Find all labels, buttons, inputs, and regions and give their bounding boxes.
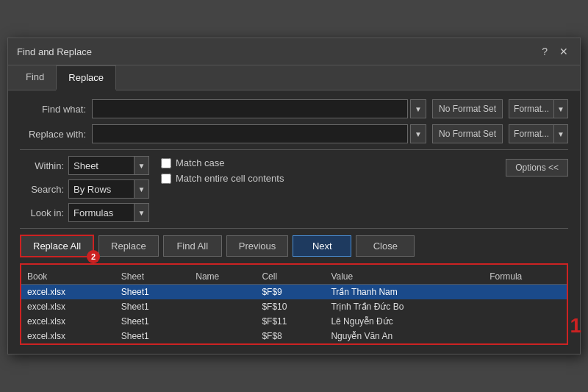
replace-format-group: Format... ▼ bbox=[509, 124, 568, 143]
cell-value: Trịnh Trần Đức Bo bbox=[325, 299, 484, 314]
cell-value: Nguyễn Văn An bbox=[325, 329, 484, 343]
look-in-arrow[interactable]: ▼ bbox=[135, 203, 149, 222]
close-button[interactable]: ✕ bbox=[556, 44, 571, 59]
col-value: Value bbox=[325, 269, 484, 285]
replace-no-format-btn[interactable]: No Format Set bbox=[432, 124, 503, 143]
cell-formula bbox=[484, 299, 567, 314]
col-name: Name bbox=[190, 269, 256, 285]
match-case-label: Match case bbox=[176, 157, 224, 168]
look-in-control: Formulas ▼ bbox=[68, 203, 149, 222]
close-dialog-button[interactable]: Close bbox=[356, 235, 415, 257]
find-what-dropdown[interactable]: ▼ bbox=[410, 99, 426, 118]
options-bottom: Options << bbox=[506, 159, 568, 177]
cell-name bbox=[190, 299, 256, 314]
cell-value: Lê Nguyễn Đức bbox=[325, 314, 484, 329]
left-options: Within: Sheet ▼ Search: By Rows bbox=[20, 156, 149, 222]
tab-replace[interactable]: Replace bbox=[56, 65, 116, 90]
look-in-select[interactable]: Formulas bbox=[68, 203, 135, 222]
find-what-row: Find what: ▼ No Format Set Format... ▼ bbox=[20, 99, 568, 118]
col-cell: Cell bbox=[256, 269, 325, 285]
cell-cell: $F$9 bbox=[256, 285, 325, 300]
col-book: Book bbox=[21, 269, 115, 285]
cell-cell: $F$8 bbox=[256, 329, 325, 343]
cell-book: excel.xlsx bbox=[21, 285, 115, 300]
replace-with-input[interactable] bbox=[92, 124, 408, 143]
match-case-checkbox[interactable] bbox=[161, 158, 171, 168]
table-header-row: Book Sheet Name Cell Value Formula bbox=[21, 269, 567, 285]
look-in-row: Look in: Formulas ▼ bbox=[20, 203, 149, 222]
find-format-group: Format... ▼ bbox=[509, 99, 568, 118]
replace-button[interactable]: Replace bbox=[98, 235, 159, 257]
cell-sheet: Sheet1 bbox=[115, 314, 190, 329]
cell-sheet: Sheet1 bbox=[115, 299, 190, 314]
results-wrapper: Book Sheet Name Cell Value Formula excel… bbox=[20, 263, 568, 345]
cell-sheet: Sheet1 bbox=[115, 329, 190, 343]
cell-cell: $F$11 bbox=[256, 314, 325, 329]
find-no-format-btn[interactable]: No Format Set bbox=[432, 99, 503, 118]
options-toggle-btn[interactable]: Options << bbox=[506, 159, 568, 177]
table-row[interactable]: excel.xlsxSheet1$F$8Nguyễn Văn An bbox=[21, 329, 567, 343]
find-what-input[interactable] bbox=[92, 99, 408, 118]
title-bar-controls: ? ✕ bbox=[539, 44, 571, 59]
results-tbody: excel.xlsxSheet1$F$9Trần Thanh Namexcel.… bbox=[21, 285, 567, 344]
col-sheet: Sheet bbox=[115, 269, 190, 285]
within-select[interactable]: Sheet bbox=[68, 156, 135, 175]
title-bar: Find and Replace ? ✕ bbox=[8, 38, 580, 65]
find-what-input-group: ▼ bbox=[92, 99, 426, 118]
replace-with-dropdown[interactable]: ▼ bbox=[410, 124, 426, 143]
cell-formula bbox=[484, 329, 567, 343]
table-row[interactable]: excel.xlsxSheet1$F$10Trịnh Trần Đức Bo bbox=[21, 299, 567, 314]
match-entire-checkbox[interactable] bbox=[161, 174, 171, 184]
replace-all-button[interactable]: Replace All bbox=[20, 235, 94, 257]
cell-book: excel.xlsx bbox=[21, 299, 115, 314]
dialog-body: Find what: ▼ No Format Set Format... ▼ R… bbox=[8, 90, 580, 354]
search-control: By Rows ▼ bbox=[68, 179, 149, 199]
find-all-button[interactable]: Find All bbox=[163, 235, 222, 257]
help-button[interactable]: ? bbox=[539, 44, 551, 59]
results-table: Book Sheet Name Cell Value Formula excel… bbox=[21, 269, 567, 343]
right-options: Match case Match entire cell contents bbox=[161, 156, 284, 184]
cell-value: Trần Thanh Nam bbox=[325, 285, 484, 300]
match-entire-row: Match entire cell contents bbox=[161, 173, 284, 184]
cell-name bbox=[190, 329, 256, 343]
action-row: Replace All 2 Replace Find All Previous … bbox=[20, 235, 568, 257]
cell-book: excel.xlsx bbox=[21, 314, 115, 329]
replace-format-arrow[interactable]: ▼ bbox=[554, 124, 568, 143]
find-what-label: Find what: bbox=[20, 104, 86, 115]
find-format-arrow[interactable]: ▼ bbox=[554, 99, 568, 118]
match-entire-label: Match entire cell contents bbox=[176, 173, 284, 184]
options-row: Within: Sheet ▼ Search: By Rows bbox=[20, 156, 568, 222]
tabs-bar: Find Replace bbox=[8, 65, 580, 90]
search-select[interactable]: By Rows bbox=[68, 179, 135, 199]
search-row: Search: By Rows ▼ bbox=[20, 179, 149, 199]
cell-name bbox=[190, 314, 256, 329]
tab-find[interactable]: Find bbox=[14, 65, 56, 90]
find-format-btn[interactable]: Format... bbox=[509, 99, 554, 118]
table-row[interactable]: excel.xlsxSheet1$F$11Lê Nguyễn Đức bbox=[21, 314, 567, 329]
cell-formula bbox=[484, 314, 567, 329]
cell-book: excel.xlsx bbox=[21, 329, 115, 343]
badge-1: 1 bbox=[570, 314, 581, 338]
cell-formula bbox=[484, 285, 567, 300]
cell-name bbox=[190, 285, 256, 300]
look-in-label: Look in: bbox=[20, 207, 64, 218]
within-label: Within: bbox=[20, 160, 64, 171]
dialog-title: Find and Replace bbox=[17, 46, 92, 57]
results-section: Book Sheet Name Cell Value Formula excel… bbox=[20, 263, 568, 345]
replace-with-input-group: ▼ bbox=[92, 124, 426, 143]
next-button[interactable]: Next bbox=[293, 235, 351, 257]
within-control: Sheet ▼ bbox=[68, 156, 149, 175]
table-row[interactable]: excel.xlsxSheet1$F$9Trần Thanh Nam bbox=[21, 285, 567, 300]
find-replace-dialog: Find and Replace ? ✕ Find Replace Find w… bbox=[7, 38, 581, 354]
search-arrow[interactable]: ▼ bbox=[135, 179, 149, 199]
previous-button[interactable]: Previous bbox=[226, 235, 289, 257]
replace-with-label: Replace with: bbox=[20, 129, 86, 140]
search-label: Search: bbox=[20, 184, 64, 195]
replace-format-btn[interactable]: Format... bbox=[509, 124, 554, 143]
badge-2: 2 bbox=[87, 250, 100, 263]
match-case-row: Match case bbox=[161, 157, 284, 168]
within-arrow[interactable]: ▼ bbox=[135, 156, 149, 175]
within-row: Within: Sheet ▼ bbox=[20, 156, 149, 175]
col-formula: Formula bbox=[484, 269, 567, 285]
replace-with-row: Replace with: ▼ No Format Set Format... … bbox=[20, 124, 568, 143]
